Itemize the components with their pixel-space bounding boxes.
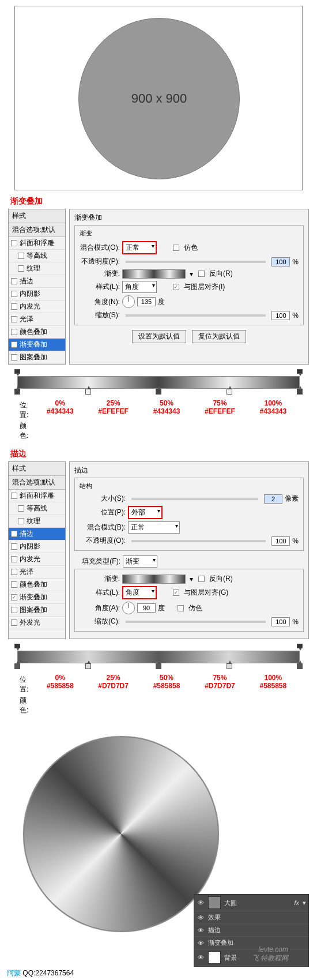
angle-input[interactable]: 135 xyxy=(137,297,156,306)
angle-input[interactable]: 90 xyxy=(137,603,156,613)
style-dropdown[interactable]: 角度 xyxy=(122,281,157,293)
gradient-stop[interactable] xyxy=(156,663,161,669)
style-checkbox[interactable] xyxy=(11,607,17,613)
style-checkbox[interactable] xyxy=(11,543,17,550)
style-checkbox[interactable] xyxy=(11,278,17,284)
style-item[interactable]: 内阴影 xyxy=(9,288,65,301)
reverse-checkbox[interactable] xyxy=(198,576,205,582)
style-checkbox[interactable] xyxy=(11,329,17,335)
gradient-stop[interactable] xyxy=(85,663,91,669)
style-item[interactable]: 颜色叠加 xyxy=(9,579,65,591)
style-checkbox[interactable] xyxy=(11,619,17,626)
style-checkbox[interactable] xyxy=(11,341,17,348)
style-checkbox[interactable] xyxy=(18,253,24,259)
reverse-checkbox[interactable] xyxy=(198,271,205,277)
style-checkbox[interactable] xyxy=(11,581,17,588)
style-item[interactable]: 外发光 xyxy=(9,617,65,629)
style-item[interactable]: 光泽 xyxy=(9,566,65,579)
style-checkbox[interactable] xyxy=(18,265,24,272)
style-item[interactable]: 纹理 xyxy=(9,515,65,528)
stroke-effect-row[interactable]: 👁 描边 xyxy=(194,924,308,937)
style-item[interactable]: 图案叠加 xyxy=(9,351,65,364)
gradient-stop[interactable] xyxy=(227,389,232,395)
style-item[interactable]: 渐变叠加 xyxy=(9,339,65,351)
style-item[interactable]: 描边 xyxy=(9,528,65,540)
style-item[interactable]: 颜色叠加 xyxy=(9,326,65,339)
style-checkbox[interactable] xyxy=(11,291,17,297)
style-checkbox[interactable] xyxy=(11,594,17,600)
blend-header[interactable]: 混合选项:默认 xyxy=(9,476,65,490)
visibility-icon[interactable]: 👁 xyxy=(197,914,205,921)
style-item[interactable]: 纹理 xyxy=(9,262,65,275)
visibility-icon[interactable]: 👁 xyxy=(197,940,205,947)
style-item[interactable]: 内发光 xyxy=(9,553,65,566)
scale-input[interactable]: 100 xyxy=(271,311,290,320)
style-item[interactable]: 等高线 xyxy=(9,250,65,262)
dither-checkbox[interactable] xyxy=(173,245,179,251)
style-item[interactable]: 内发光 xyxy=(9,301,65,313)
stop-position: 75% xyxy=(193,674,246,682)
style-checkbox[interactable] xyxy=(11,556,17,562)
style-checkbox[interactable] xyxy=(18,505,24,512)
effects-row[interactable]: 👁 效果 xyxy=(194,911,308,924)
style-item[interactable]: 等高线 xyxy=(9,502,65,515)
visibility-icon[interactable]: 👁 xyxy=(197,954,205,961)
size-input[interactable]: 2 xyxy=(264,494,282,504)
gradient-stop[interactable] xyxy=(85,389,91,395)
style-checkbox[interactable] xyxy=(11,531,17,537)
gradient-preview[interactable] xyxy=(122,575,186,584)
style-item[interactable]: 光泽 xyxy=(9,313,65,326)
position-dropdown[interactable]: 外部 xyxy=(128,506,163,519)
style-item[interactable]: 描边 xyxy=(9,275,65,288)
gradient-lbl: 渐变: xyxy=(80,269,120,279)
scale-slider[interactable] xyxy=(126,621,266,623)
style-checkbox[interactable] xyxy=(11,316,17,322)
style-checkbox[interactable] xyxy=(11,569,17,575)
opacity-input[interactable]: 100 xyxy=(271,257,290,266)
angle-dial[interactable] xyxy=(122,295,135,308)
visibility-icon[interactable]: 👁 xyxy=(197,899,205,906)
style-checkbox[interactable] xyxy=(11,493,17,499)
gradient-stop[interactable] xyxy=(14,389,20,395)
gradient-stop[interactable] xyxy=(227,663,232,669)
set-default-button[interactable]: 设置为默认值 xyxy=(132,330,186,343)
chevron-down-icon[interactable]: ▾ xyxy=(303,899,306,907)
layer-name: 大圆 xyxy=(224,899,237,907)
gradient-stop[interactable] xyxy=(297,663,303,669)
stop-table-1: 位置:颜色:0%#43434325%#EFEFEF50%#43434375%#E… xyxy=(8,399,300,442)
dither-checkbox[interactable] xyxy=(178,605,184,611)
size-slider[interactable] xyxy=(131,498,258,500)
blend-mode-dropdown[interactable]: 正常 xyxy=(128,521,180,534)
gradient-stop[interactable] xyxy=(156,389,161,395)
angle-dial[interactable] xyxy=(122,602,135,614)
visibility-icon[interactable]: 👁 xyxy=(197,927,205,934)
style-checkbox[interactable] xyxy=(11,303,17,310)
gradient-group-2: 渐变: 反向(R) 样式(L): 角度 与图层对齐(G) 角度(A): 90 度 xyxy=(74,569,304,632)
align-checkbox[interactable] xyxy=(173,589,179,596)
blend-mode-dropdown[interactable]: 正常 xyxy=(122,241,157,254)
stop-position: 25% xyxy=(86,399,139,407)
reset-default-button[interactable]: 复位为默认值 xyxy=(192,330,246,343)
style-item[interactable]: 渐变叠加 xyxy=(9,591,65,604)
opacity-slider[interactable] xyxy=(126,261,266,263)
gradient-stop[interactable] xyxy=(297,389,303,395)
style-checkbox[interactable] xyxy=(11,354,17,361)
opacity-input[interactable]: 100 xyxy=(271,536,290,546)
style-checkbox[interactable] xyxy=(11,240,17,246)
scale-slider[interactable] xyxy=(126,314,266,317)
style-checkbox[interactable] xyxy=(18,518,24,524)
style-item[interactable]: 图案叠加 xyxy=(9,604,65,617)
style-item[interactable]: 内阴影 xyxy=(9,540,65,553)
opacity-slider[interactable] xyxy=(131,540,266,542)
scale-input[interactable]: 100 xyxy=(271,617,290,626)
style-item[interactable]: 斜面和浮雕 xyxy=(9,490,65,502)
blend-header[interactable]: 混合选项:默认 xyxy=(9,223,65,237)
style-item[interactable]: 斜面和浮雕 xyxy=(9,237,65,250)
gradient-preview[interactable] xyxy=(122,269,186,279)
layer-row[interactable]: 👁 大圆 fx ▾ xyxy=(194,895,308,911)
gradient-editor-1 xyxy=(17,369,300,397)
gradient-stop[interactable] xyxy=(14,663,20,669)
fill-type-dropdown[interactable]: 渐变 xyxy=(123,555,157,568)
style-dropdown[interactable]: 角度 xyxy=(122,586,157,599)
align-checkbox[interactable] xyxy=(173,284,179,290)
